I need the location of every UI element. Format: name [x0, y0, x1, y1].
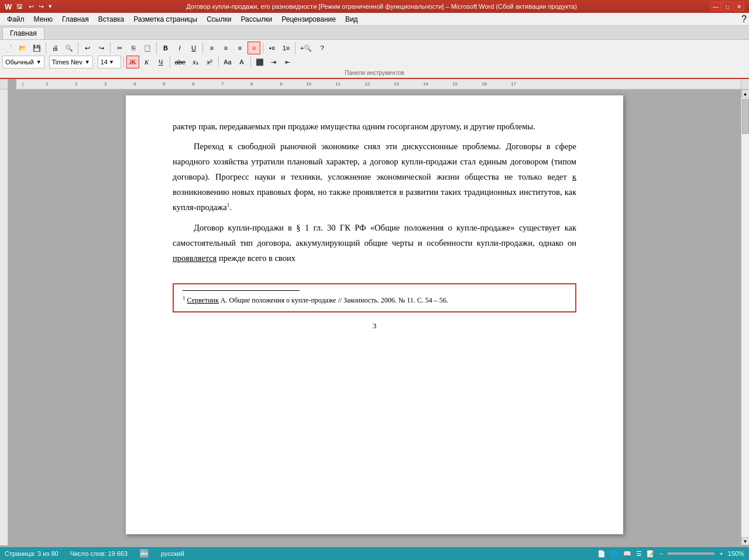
minimize-btn[interactable]: — [710, 2, 721, 11]
print-btn[interactable]: 🖨 [49, 42, 61, 54]
zoom-in[interactable]: +🔍 [298, 42, 314, 54]
footnote-text: 1 Серветник А. Общие положения о купле-п… [183, 294, 566, 305]
redo-btn[interactable]: ↪ [37, 3, 45, 11]
toolbar-row-2: Обычный ▼ Times Nev ▼ 14 ▼ Ж К Ч abe x₁ … [2, 55, 747, 69]
tab-home[interactable]: Главная [2, 27, 44, 39]
scroll-up[interactable]: ▲ [741, 90, 750, 98]
preview-btn[interactable]: 🔍 [63, 42, 75, 54]
font-dropdown[interactable]: Times Nev ▼ [49, 56, 93, 68]
ruler-container: | 1 2 3 4 5 6 7 8 9 10 11 12 13 14 15 16… [0, 79, 749, 90]
close-btn[interactable]: ✕ [734, 2, 744, 11]
sep11 [250, 56, 251, 68]
help-icon[interactable]: ? [741, 14, 747, 25]
underline-btn[interactable]: Ч [154, 56, 167, 68]
undo-toolbar[interactable]: ↩ [81, 42, 94, 54]
menu-home[interactable]: Главная [57, 14, 94, 25]
zoom-in-btn[interactable]: + [719, 550, 723, 557]
style-arrow: ▼ [36, 59, 42, 65]
page-info: Страница: 3 из 80 [5, 550, 59, 557]
dropdown-arrow[interactable]: ▼ [47, 4, 53, 9]
scroll-thumb[interactable] [742, 99, 749, 134]
menu-insert[interactable]: Вставка [94, 14, 129, 25]
indent-btn[interactable]: ⇥ [267, 56, 280, 68]
maximize-btn[interactable]: □ [722, 2, 733, 11]
ruler-vertical [0, 90, 8, 545]
document-page: рактер прав, передаваемых при продаже им… [126, 95, 623, 534]
sep4 [156, 42, 157, 54]
menu-bar: Файл Меню Главная Вставка Разметка стран… [0, 13, 749, 26]
bullets-btn[interactable]: •≡ [266, 42, 279, 54]
toolbar-row-1: 📄 📂 💾 🖨 🔍 ↩ ↪ ✂ ⎘ 📋 B I U ≡ ≡ ≡ ≡ •≡ 1≡ … [2, 41, 747, 55]
menu-menu[interactable]: Меню [29, 14, 57, 25]
save-btn[interactable]: 💾 [30, 42, 43, 54]
undo-btn[interactable]: ↩ [28, 3, 35, 11]
cut-btn[interactable]: ✂ [113, 42, 126, 54]
sep10 [218, 56, 219, 68]
copy-btn[interactable]: ⎘ [127, 42, 140, 54]
scrollbar-vertical[interactable]: ▲ ▼ [741, 90, 749, 545]
footnote-area: 1 Серветник А. Общие положения о купле-п… [173, 283, 576, 312]
ruler-right-corner [741, 79, 749, 90]
bold-btn[interactable]: Ж [126, 56, 139, 68]
status-right: 📄 🌐 📖 ☰ 📝 − + 150% [597, 550, 744, 558]
help-toolbar[interactable]: ? [315, 42, 328, 54]
main-area: рактер прав, передаваемых при продаже им… [0, 90, 749, 545]
style-dropdown[interactable]: Обычный ▼ [2, 56, 44, 68]
footnote-author: Серветник [187, 296, 219, 304]
superscript-btn[interactable]: x² [203, 56, 216, 68]
zoom-slider[interactable] [668, 552, 714, 555]
numbering-btn[interactable]: 1≡ [280, 42, 293, 54]
color-btn[interactable]: А [235, 56, 248, 68]
paste-btn[interactable]: 📋 [141, 42, 154, 54]
scroll-down[interactable]: ▼ [741, 537, 750, 545]
sep6 [263, 42, 263, 54]
open-btn[interactable]: 📂 [16, 42, 29, 54]
menu-file[interactable]: Файл [2, 14, 29, 25]
underline-proyavlyaetsya: проявляется [173, 253, 217, 263]
view-web[interactable]: 🌐 [610, 550, 619, 558]
align-justify[interactable]: ≡ [248, 42, 260, 54]
language: русский [161, 550, 184, 557]
menu-view[interactable]: Вид [341, 14, 363, 25]
title-bar: W 🖫 ↩ ↪ ▼ Договор купли-продажи, его раз… [0, 0, 749, 13]
align-justify-2[interactable]: ⬛ [253, 56, 266, 68]
align-center[interactable]: ≡ [219, 42, 232, 54]
subscript-btn[interactable]: x₁ [189, 56, 202, 68]
outdent-btn[interactable]: ⇤ [281, 56, 294, 68]
ribbon-tabs: Главная [0, 26, 749, 40]
sep2 [78, 42, 78, 54]
strikethrough-btn[interactable]: abe [173, 56, 188, 68]
italic-toolbar[interactable]: I [173, 42, 186, 54]
italic-btn[interactable]: К [140, 56, 153, 68]
bold-toolbar[interactable]: B [159, 42, 172, 54]
redo-toolbar[interactable]: ↪ [95, 42, 108, 54]
menu-mailings[interactable]: Рассылки [236, 14, 277, 25]
menu-review[interactable]: Рецензирование [277, 14, 341, 25]
sep8 [123, 56, 124, 68]
size-arrow: ▼ [109, 59, 114, 65]
align-left[interactable]: ≡ [205, 42, 218, 54]
align-right[interactable]: ≡ [233, 42, 246, 54]
font-arrow: ▼ [85, 59, 90, 65]
zoom-out[interactable]: − [659, 550, 663, 557]
ruler-horizontal: | 1 2 3 4 5 6 7 8 9 10 11 12 13 14 15 16… [16, 79, 741, 90]
sep3 [110, 42, 111, 54]
view-normal[interactable]: 📄 [597, 550, 606, 558]
size-dropdown[interactable]: 14 ▼ [98, 56, 121, 68]
quick-save[interactable]: 🖫 [14, 3, 25, 10]
menu-layout[interactable]: Разметка страницы [129, 14, 202, 25]
view-draft[interactable]: 📝 [647, 550, 655, 558]
para-1: рактер прав, передаваемых при продаже им… [173, 119, 576, 134]
view-read[interactable]: 📖 [623, 550, 631, 558]
case-btn[interactable]: Aa [221, 56, 234, 68]
sep1 [46, 42, 46, 54]
word-count: Число слов: 19 663 [70, 550, 128, 557]
ruler-corner [0, 79, 8, 90]
menu-refs[interactable]: Ссылки [202, 14, 236, 25]
page-wrapper[interactable]: рактер прав, передаваемых при продаже им… [8, 90, 741, 545]
new-btn[interactable]: 📄 [2, 42, 15, 54]
page-number-display: 3 [173, 321, 576, 331]
underline-toolbar[interactable]: U [187, 42, 200, 54]
view-outline[interactable]: ☰ [636, 550, 642, 558]
zoom-level: 150% [728, 550, 744, 557]
